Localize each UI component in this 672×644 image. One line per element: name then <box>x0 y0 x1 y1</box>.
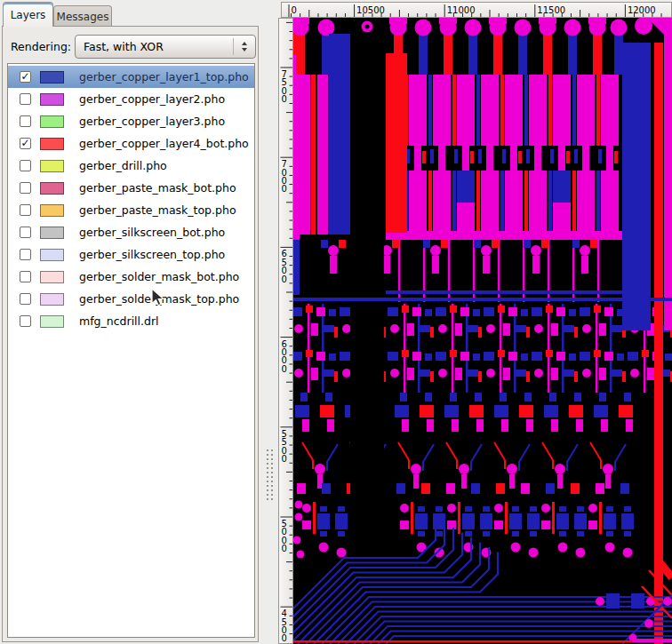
svg-text:0: 0 <box>282 633 287 643</box>
layer-visibility-checkbox[interactable] <box>20 293 31 305</box>
layer-visibility-checkbox[interactable] <box>20 315 31 327</box>
layer-name: gerber_copper_layer1_top.pho <box>79 70 249 83</box>
layer-row[interactable]: gerber_copper_layer3.pho <box>8 110 254 132</box>
svg-text:0: 0 <box>282 94 287 104</box>
layer-visibility-checkbox[interactable] <box>20 93 31 105</box>
layer-row[interactable]: mfg_ncdrill.drl <box>8 310 254 332</box>
vertical-ruler: 7500700065006000550050004500 <box>278 18 293 644</box>
layer-row[interactable]: ✓gerber_copper_layer4_bot.pho <box>8 132 254 155</box>
svg-text:10500: 10500 <box>356 5 385 15</box>
svg-text:12000: 12000 <box>628 5 656 15</box>
layer-row[interactable]: gerber_silkscreen_top.pho <box>8 243 254 266</box>
layer-visibility-checkbox[interactable] <box>20 249 31 260</box>
horizontal-ruler: 010500110001150012000 <box>281 2 672 18</box>
tab-layers[interactable]: Layers <box>3 2 53 27</box>
svg-text:0: 0 <box>282 364 287 374</box>
layer-row[interactable]: gerber_silkscreen_bot.pho <box>8 221 254 243</box>
layer-visibility-checkbox[interactable] <box>20 182 31 194</box>
rendering-label: Rendering: <box>11 40 71 53</box>
layer-visibility-checkbox[interactable] <box>20 160 31 171</box>
spinner-arrows-icon <box>234 42 255 52</box>
layer-name: gerber_paste_mask_bot.pho <box>79 181 236 195</box>
layer-row[interactable]: gerber_paste_mask_bot.pho <box>8 177 254 199</box>
layer-color-swatch[interactable] <box>40 93 64 106</box>
layer-visibility-checkbox[interactable]: ✓ <box>20 138 31 149</box>
layer-row[interactable]: gerber_paste_mask_top.pho <box>8 199 254 221</box>
layer-row[interactable]: ✓gerber_copper_layer1_top.pho <box>8 66 254 88</box>
layer-visibility-checkbox[interactable] <box>20 115 31 127</box>
layer-color-swatch[interactable] <box>40 249 64 261</box>
svg-text:11500: 11500 <box>537 5 565 15</box>
layer-color-swatch[interactable] <box>40 204 64 217</box>
tab-messages[interactable]: Messages <box>53 5 112 27</box>
layer-row[interactable]: gerber_solder_mask_bot.pho <box>8 266 254 288</box>
layer-color-swatch[interactable] <box>40 315 64 328</box>
tab-messages-label: Messages <box>57 11 109 23</box>
layer-color-swatch[interactable] <box>40 160 64 172</box>
layer-visibility-checkbox[interactable] <box>20 271 31 282</box>
svg-text:0: 0 <box>282 274 287 284</box>
layer-name: mfg_ncdrill.drl <box>79 314 159 328</box>
layer-visibility-checkbox[interactable]: ✓ <box>20 71 31 83</box>
mouse-cursor <box>151 288 164 307</box>
rendering-combobox[interactable]: Fast, with XOR <box>75 35 256 59</box>
layer-color-swatch[interactable] <box>40 71 64 83</box>
svg-text:0: 0 <box>282 544 287 553</box>
layer-color-swatch[interactable] <box>40 182 64 195</box>
layer-row[interactable]: gerber_drill.pho <box>8 155 254 177</box>
svg-text:0: 0 <box>282 184 287 194</box>
layer-name: gerber_silkscreen_bot.pho <box>79 226 225 239</box>
layer-color-swatch[interactable] <box>40 227 64 239</box>
layer-color-swatch[interactable] <box>40 138 64 150</box>
layer-name: gerber_copper_layer4_bot.pho <box>79 137 249 150</box>
pane-splitter-handle[interactable] <box>266 449 276 500</box>
layer-name: gerber_copper_layer3.pho <box>79 115 225 128</box>
pcb-canvas[interactable] <box>293 18 672 644</box>
rendering-value: Fast, with XOR <box>76 40 233 53</box>
layer-row[interactable]: gerber_copper_layer2.pho <box>8 88 254 110</box>
layer-name: gerber_paste_mask_top.pho <box>79 203 236 217</box>
layer-name: gerber_solder_mask_bot.pho <box>79 270 239 283</box>
layer-name: gerber_copper_layer2.pho <box>79 92 225 106</box>
layer-visibility-checkbox[interactable] <box>20 227 31 238</box>
tab-layers-label: Layers <box>11 9 46 21</box>
layer-list[interactable]: ✓gerber_copper_layer1_top.phogerber_copp… <box>7 63 255 638</box>
layer-color-swatch[interactable] <box>40 115 64 128</box>
svg-text:11000: 11000 <box>447 5 476 15</box>
svg-text:0: 0 <box>292 5 297 15</box>
layer-color-swatch[interactable] <box>40 293 64 306</box>
layer-name: gerber_silkscreen_top.pho <box>79 248 225 261</box>
layer-visibility-checkbox[interactable] <box>20 204 31 216</box>
layer-name: gerber_drill.pho <box>79 159 167 172</box>
layer-row[interactable]: gerber_solder_mask_top.pho <box>8 288 254 310</box>
app-window: { "tabs": [ {"label": "Layers", "active"… <box>0 0 672 644</box>
svg-text:0: 0 <box>282 454 287 464</box>
layer-color-swatch[interactable] <box>40 271 64 283</box>
